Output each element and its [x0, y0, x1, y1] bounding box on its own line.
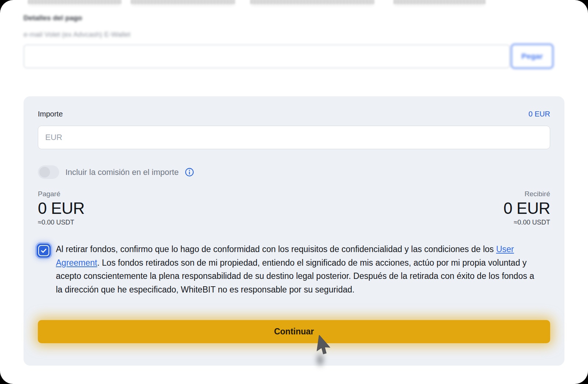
receive-label: Recibiré [503, 190, 550, 198]
wallet-address-label: e-mail Volet (ex Advcash) E-Wallet [24, 30, 130, 39]
tab-blurred-2[interactable] [131, 0, 235, 4]
payment-details-heading: Detalles del pago [24, 14, 82, 22]
tab-blurred-4[interactable] [394, 0, 485, 4]
withdrawal-page: Detalles del pago e-mail Volet (ex Advca… [0, 0, 588, 384]
receive-amount: 0 EUR [503, 200, 550, 217]
pay-summary: Pagaré 0 EUR ≈0.00 USDT [38, 190, 85, 226]
continue-button[interactable]: Continuar [38, 320, 550, 343]
receive-summary: Recibiré 0 EUR ≈0.00 USDT [503, 190, 550, 226]
paste-button-label: Pegar [521, 52, 543, 61]
receive-approx: ≈0.00 USDT [503, 219, 550, 226]
include-fee-toggle[interactable] [38, 165, 59, 179]
include-fee-label: Incluir la comisión en el importe [65, 168, 179, 177]
agreement-checkbox[interactable] [37, 244, 51, 258]
available-balance[interactable]: 0 EUR [528, 110, 550, 118]
pay-amount: 0 EUR [38, 200, 85, 217]
wallet-address-input[interactable] [24, 44, 510, 68]
checkmark-icon [40, 247, 47, 254]
agreement-text-before: Al retirar fondos, confirmo que lo hago … [56, 244, 496, 254]
agreement-text: Al retirar fondos, confirmo que lo hago … [56, 243, 539, 296]
agreement-text-after: . Los fondos retirados son de mi propied… [56, 258, 534, 294]
amount-input[interactable] [38, 126, 550, 149]
paste-button[interactable]: Pegar [511, 44, 553, 69]
tab-blurred-1[interactable] [28, 0, 121, 4]
amount-card: Importe 0 EUR Incluir la comisión en el … [24, 96, 564, 366]
pay-approx: ≈0.00 USDT [38, 219, 85, 226]
info-icon[interactable] [185, 168, 194, 177]
toggle-knob [39, 167, 50, 177]
amount-label: Importe [38, 110, 63, 118]
pay-label: Pagaré [38, 190, 85, 198]
tab-blurred-3[interactable] [250, 0, 374, 4]
